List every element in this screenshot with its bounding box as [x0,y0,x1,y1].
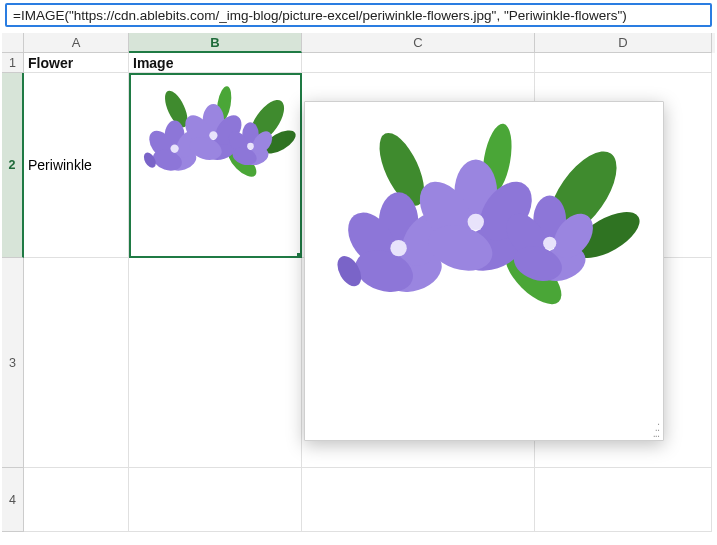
formula-text: =IMAGE("https://cdn.ablebits.com/_img-bl… [13,8,627,23]
cell-B4[interactable] [129,468,302,532]
column-header-D[interactable]: D [535,33,712,53]
image-preview-card[interactable]: . . . . . . [304,101,664,441]
cell-D4[interactable] [535,468,712,532]
cell-A1[interactable]: Flower [24,53,129,73]
svg-point-16 [209,131,217,139]
svg-point-34 [390,240,406,256]
flower-name: Periwinkle [28,157,92,173]
cell-C1[interactable] [302,53,535,73]
cell-C4[interactable] [302,468,535,532]
periwinkle-image-icon [135,77,296,207]
formula-bar[interactable]: =IMAGE("https://cdn.ablebits.com/_img-bl… [5,3,712,27]
cell-D1[interactable] [535,53,712,73]
periwinkle-preview-image-icon [319,120,649,350]
row-header-3[interactable]: 3 [2,258,24,468]
column-header-C[interactable]: C [302,33,535,53]
cell-B1[interactable]: Image [129,53,302,73]
cell-B2[interactable] [129,73,302,258]
svg-point-40 [468,214,484,230]
cell-A2[interactable]: Periwinkle [24,73,129,258]
svg-point-10 [170,144,178,152]
row-header-4[interactable]: 4 [2,468,24,532]
column-header-B[interactable]: B [129,33,302,53]
select-all-corner[interactable] [2,33,24,53]
cell-B3[interactable] [129,258,302,468]
row-header-2[interactable]: 2 [2,73,24,258]
column-header-A[interactable]: A [24,33,129,53]
svg-point-46 [543,237,556,250]
cell-A4[interactable] [24,468,129,532]
column-header-row: A B C D [2,33,715,53]
svg-point-22 [247,143,254,150]
row-header-1[interactable]: 1 [2,53,24,73]
resize-grip-icon[interactable]: . . . . . . [653,418,659,436]
cell-A3[interactable] [24,258,129,468]
